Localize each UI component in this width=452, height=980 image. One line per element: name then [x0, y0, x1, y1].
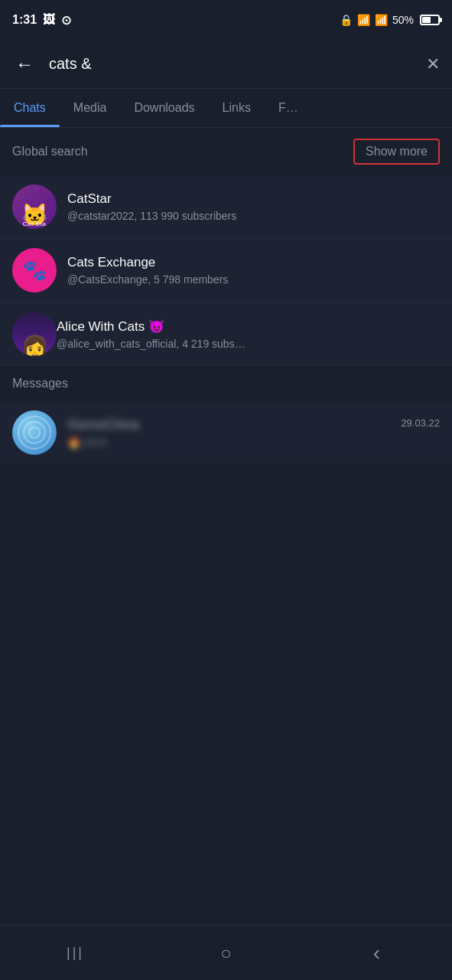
- result-item-alicewithcats[interactable]: 👩 Alice With Cats 😈 @alice_with_cats_off…: [0, 302, 452, 366]
- lock-icon: 🔒: [340, 14, 353, 26]
- avatar-gizmochina: [12, 410, 57, 455]
- signal-icon: 📶: [375, 14, 388, 26]
- messages-section-header: Messages: [0, 366, 452, 401]
- recent-apps-icon: |||: [67, 945, 84, 961]
- result-sub-catsexchange: @CatsExchange, 5 798 members: [67, 273, 440, 286]
- back-nav-icon: ‹: [373, 941, 380, 965]
- gallery-icon: 🖼: [43, 13, 55, 27]
- result-item-catstar[interactable]: 🐱 Cat Sta CatStar @catstar2022, 113 990 …: [0, 175, 452, 239]
- home-icon: ○: [220, 942, 232, 964]
- show-more-button[interactable]: Show more: [353, 139, 440, 165]
- message-sender-name: GizmoChina: [67, 417, 139, 433]
- search-input[interactable]: [49, 55, 414, 73]
- message-info-gizmochina: GizmoChina 29.03.22 🔥cats&: [67, 417, 440, 448]
- whatsapp-icon: ⊙: [61, 13, 71, 28]
- avatar-catstar: 🐱 Cat Sta: [12, 185, 57, 229]
- battery-icon: [420, 15, 440, 25]
- clear-search-button[interactable]: ✕: [426, 54, 440, 74]
- search-input-container: [49, 55, 414, 73]
- tab-files[interactable]: F…: [265, 89, 312, 127]
- result-info-catstar: CatStar @catstar2022, 113 990 subscriber…: [67, 191, 440, 222]
- paw-icon: 🐾: [22, 259, 47, 283]
- bottom-navigation: ||| ○ ‹: [0, 925, 452, 980]
- time-display: 1:31: [12, 13, 37, 27]
- result-sub-alicewithcats: @alice_with_cats_official, 4 219 subs…: [57, 338, 440, 350]
- recent-apps-button[interactable]: |||: [53, 930, 99, 976]
- result-item-catsexchange[interactable]: 🐾 Cats Exchange @CatsExchange, 5 798 mem…: [0, 239, 452, 302]
- status-bar: 1:31 🖼 ⊙ 🔒 📶 📶 50%: [0, 0, 452, 40]
- back-nav-button[interactable]: ‹: [354, 930, 400, 976]
- result-name-alicewithcats: Alice With Cats 😈: [57, 318, 440, 335]
- alice-figure-icon: 👩: [21, 336, 49, 356]
- home-button[interactable]: ○: [203, 930, 249, 976]
- tabs-row: Chats Media Downloads Links F…: [0, 89, 452, 128]
- message-date: 29.03.22: [401, 417, 440, 433]
- result-name-catstar: CatStar: [67, 191, 440, 207]
- back-button[interactable]: ←: [12, 51, 37, 78]
- tab-links[interactable]: Links: [209, 89, 265, 127]
- status-bar-left: 1:31 🖼 ⊙: [12, 13, 71, 28]
- message-preview: 🔥cats&: [67, 436, 343, 448]
- global-search-header: Global search Show more: [0, 128, 452, 175]
- tab-media[interactable]: Media: [60, 89, 121, 127]
- tab-downloads[interactable]: Downloads: [120, 89, 208, 127]
- result-name-catsexchange: Cats Exchange: [67, 255, 440, 270]
- message-item-gizmochina[interactable]: GizmoChina 29.03.22 🔥cats&: [0, 401, 452, 464]
- search-bar: ← ✕: [0, 40, 452, 89]
- message-top: GizmoChina 29.03.22: [67, 417, 440, 433]
- battery-percent: 50%: [392, 14, 414, 26]
- wifi-icon: 📶: [357, 14, 370, 26]
- result-info-alicewithcats: Alice With Cats 😈 @alice_with_cats_offic…: [57, 318, 440, 350]
- messages-label: Messages: [12, 377, 68, 390]
- avatar-alice: 👩: [12, 312, 57, 356]
- tab-chats[interactable]: Chats: [0, 89, 60, 127]
- result-info-catsexchange: Cats Exchange @CatsExchange, 5 798 membe…: [67, 255, 440, 286]
- global-search-label: Global search: [12, 145, 88, 158]
- result-sub-catstar: @catstar2022, 113 990 subscribers: [67, 210, 440, 222]
- avatar-catsexchange: 🐾: [12, 248, 57, 292]
- status-bar-right: 🔒 📶 📶 50%: [340, 14, 440, 26]
